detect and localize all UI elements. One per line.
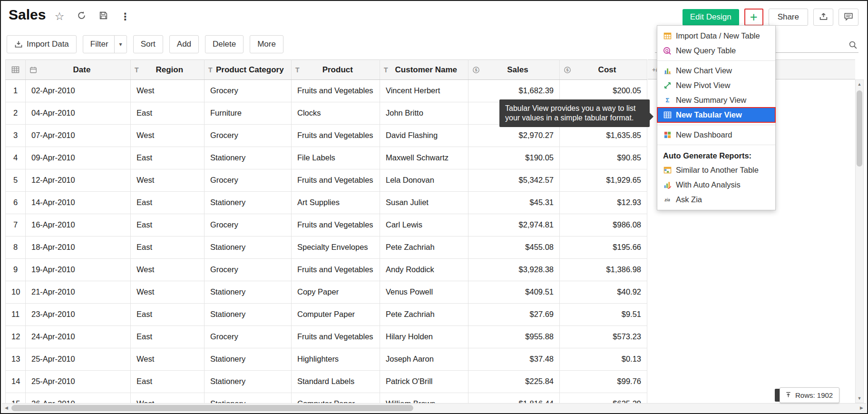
row-number-cell[interactable]: 5 [6, 169, 26, 192]
cell-sales[interactable]: $27.69 [468, 304, 560, 326]
cell-region[interactable]: East [131, 371, 205, 393]
vertical-scroll-thumb[interactable] [857, 90, 862, 167]
menu-item-new-summary-view[interactable]: ΣNew Summary View [657, 93, 775, 108]
rows-chip-collapse-handle[interactable] [775, 389, 780, 402]
cell-cost[interactable]: $1,386.98 [560, 259, 647, 281]
cell-date[interactable]: 21-Apr-2010 [26, 281, 131, 304]
toolbar-button-delete[interactable]: Delete [205, 35, 244, 53]
cell-region[interactable]: East [131, 237, 205, 259]
export-button[interactable] [813, 9, 833, 26]
cell-customer-name[interactable]: Lela Donovan [380, 169, 468, 192]
cell-product-category[interactable]: Grocery [205, 214, 292, 237]
cell-product[interactable]: Fruits and Vegetables [292, 214, 380, 237]
rows-count-badge[interactable]: Rows: 1902 [780, 387, 839, 403]
cell-product[interactable]: Highlighters [292, 348, 380, 371]
cell-date[interactable]: 25-Apr-2010 [26, 371, 131, 393]
cell-sales[interactable]: $2,970.27 [468, 125, 560, 147]
menu-item-new-query-table[interactable]: QNew Query Table [657, 43, 775, 58]
search-icon[interactable] [848, 40, 858, 49]
cell-product[interactable]: Fruits and Vegetables [292, 80, 380, 102]
row-number-cell[interactable]: 9 [6, 259, 26, 281]
cell-product[interactable]: Computer Paper [292, 393, 380, 404]
menu-item-new-dashboard[interactable]: New Dashboard [657, 128, 775, 142]
filter-dropdown-arrow[interactable]: ▾ [114, 36, 122, 53]
cell-sales[interactable]: $1,682.39 [468, 80, 560, 102]
cell-date[interactable]: 26-Apr-2010 [26, 393, 131, 404]
column-header-product[interactable]: TProduct [292, 60, 380, 80]
cell-customer-name[interactable]: Vincent Herbert [380, 80, 468, 102]
cell-product-category[interactable]: Stationery [205, 147, 292, 169]
cell-sales[interactable]: $455.08 [468, 237, 560, 259]
row-number-cell[interactable]: 6 [6, 192, 26, 214]
cell-customer-name[interactable]: Venus Powell [380, 281, 468, 304]
scroll-right-arrow[interactable]: ▶ [858, 404, 866, 412]
cell-cost[interactable]: $1,635.85 [560, 125, 647, 147]
cell-sales[interactable]: $3,928.38 [468, 259, 560, 281]
cell-date[interactable]: 23-Apr-2010 [26, 304, 131, 326]
toolbar-button-add[interactable]: Add [169, 35, 199, 53]
cell-sales[interactable]: $37.48 [468, 348, 560, 371]
row-number-cell[interactable]: 11 [6, 304, 26, 326]
cell-product[interactable]: Art Supplies [292, 192, 380, 214]
row-number-cell[interactable]: 7 [6, 214, 26, 237]
cell-customer-name[interactable]: David Flashing [380, 125, 468, 147]
cell-cost[interactable]: $1,929.65 [560, 169, 647, 192]
cell-product-category[interactable]: Stationery [205, 281, 292, 304]
cell-cost[interactable]: $40.92 [560, 281, 647, 304]
more-options-button[interactable]: ⋮ [120, 10, 130, 22]
menu-item-similar-to-another-table[interactable]: Similar to Another Table [657, 163, 775, 177]
cell-product-category[interactable]: Stationery [205, 371, 292, 393]
column-header-product-category[interactable]: TProduct Category [205, 60, 292, 80]
cell-customer-name[interactable]: John Britto [380, 102, 468, 125]
toolbar-button-sort[interactable]: Sort [133, 35, 163, 53]
cell-date[interactable]: 19-Apr-2010 [26, 259, 131, 281]
cell-region[interactable]: West [131, 393, 205, 404]
cell-region[interactable]: West [131, 259, 205, 281]
row-number-cell[interactable]: 14 [6, 371, 26, 393]
cell-product[interactable]: Computer Paper [292, 304, 380, 326]
edit-design-button[interactable]: Edit Design [683, 9, 739, 26]
cell-product[interactable]: Clocks [292, 102, 380, 125]
add-view-button[interactable]: + [744, 9, 763, 26]
cell-cost[interactable]: $90.85 [560, 147, 647, 169]
cell-product[interactable]: Fruits and Vegetables [292, 125, 380, 147]
cell-product-category[interactable]: Furniture [205, 102, 292, 125]
menu-item-import-data-new-table[interactable]: Import Data / New Table [657, 29, 775, 43]
cell-sales[interactable]: $5,342.57 [468, 169, 560, 192]
cell-region[interactable]: East [131, 304, 205, 326]
cell-customer-name[interactable]: Pete Zachriah [380, 304, 468, 326]
cell-cost[interactable]: $200.05 [560, 80, 647, 102]
cell-product-category[interactable]: Grocery [205, 80, 292, 102]
cell-region[interactable]: West [131, 125, 205, 147]
favorite-star-button[interactable]: ☆ [54, 10, 65, 22]
cell-product[interactable]: Fruits and Vegetables [292, 169, 380, 192]
cell-sales[interactable]: $955.88 [468, 326, 560, 348]
comments-button[interactable] [839, 9, 858, 26]
cell-region[interactable]: West [131, 281, 205, 304]
cell-product-category[interactable]: Stationery [205, 393, 292, 404]
row-number-cell[interactable]: 15 [6, 393, 26, 404]
cell-cost[interactable]: $986.08 [560, 214, 647, 237]
cell-product-category[interactable]: Stationery [205, 304, 292, 326]
row-number-cell[interactable]: 8 [6, 237, 26, 259]
cell-region[interactable]: East [131, 147, 205, 169]
cell-cost[interactable]: $625.29 [560, 393, 647, 404]
cell-region[interactable]: West [131, 169, 205, 192]
cell-date[interactable]: 04-Apr-2010 [26, 102, 131, 125]
cell-product-category[interactable]: Grocery [205, 169, 292, 192]
cell-product[interactable]: Fruits and Vegetables [292, 259, 380, 281]
cell-customer-name[interactable]: Pete Zachriah [380, 237, 468, 259]
row-number-cell[interactable]: 13 [6, 348, 26, 371]
cell-cost[interactable]: $12.93 [560, 192, 647, 214]
menu-item-new-pivot-view[interactable]: New Pivot View [657, 78, 775, 93]
cell-customer-name[interactable]: Andy Roddick [380, 259, 468, 281]
cell-sales[interactable]: $225.84 [468, 371, 560, 393]
cell-sales[interactable]: $2,974.81 [468, 214, 560, 237]
toolbar-button-filter[interactable]: Filter▾ [83, 35, 127, 53]
row-number-cell[interactable]: 12 [6, 326, 26, 348]
cell-sales[interactable]: $409.51 [468, 281, 560, 304]
column-header-customer-name[interactable]: TCustomer Name [380, 60, 468, 80]
cell-customer-name[interactable]: Patrick O'Brill [380, 371, 468, 393]
menu-item-new-chart-view[interactable]: New Chart View [657, 63, 775, 78]
cell-customer-name[interactable]: William Brown [380, 393, 468, 404]
